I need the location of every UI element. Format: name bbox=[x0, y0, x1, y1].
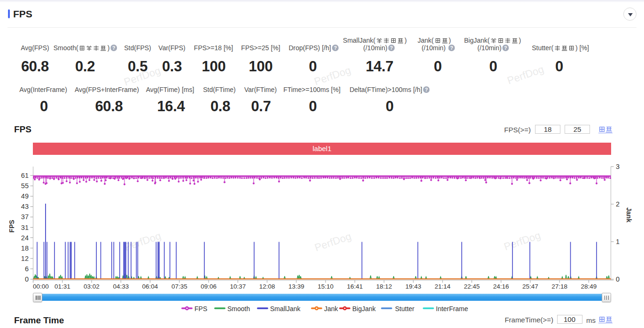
svg-text:Jank: Jank bbox=[625, 207, 633, 222]
svg-text:0: 0 bbox=[616, 275, 620, 283]
svg-text:12: 12 bbox=[21, 255, 29, 262]
svg-text:49: 49 bbox=[21, 192, 29, 200]
svg-text:03:02: 03:02 bbox=[84, 283, 100, 290]
svg-text:16:41: 16:41 bbox=[347, 283, 363, 290]
svg-text:43: 43 bbox=[21, 203, 29, 210]
svg-text:31: 31 bbox=[21, 224, 29, 231]
svg-text:18:12: 18:12 bbox=[376, 283, 392, 290]
svg-text:25:47: 25:47 bbox=[522, 283, 538, 290]
svg-text:28:49: 28:49 bbox=[581, 283, 597, 290]
svg-text:55: 55 bbox=[21, 182, 29, 190]
svg-text:24:16: 24:16 bbox=[493, 283, 509, 290]
svg-text:61: 61 bbox=[21, 172, 29, 179]
svg-text:12:08: 12:08 bbox=[259, 283, 275, 290]
svg-text:PerfDog: PerfDog bbox=[123, 230, 163, 253]
svg-text:01:31: 01:31 bbox=[54, 283, 70, 290]
svg-text:37: 37 bbox=[21, 213, 29, 221]
svg-text:10:37: 10:37 bbox=[230, 283, 246, 290]
svg-text:FPS: FPS bbox=[8, 220, 16, 232]
svg-text:09:06: 09:06 bbox=[201, 283, 217, 290]
svg-text:6: 6 bbox=[25, 265, 29, 273]
svg-text:PerfDog: PerfDog bbox=[123, 65, 162, 88]
svg-text:07:35: 07:35 bbox=[171, 283, 187, 290]
svg-text:PerfDog: PerfDog bbox=[506, 63, 545, 87]
svg-text:22:45: 22:45 bbox=[464, 283, 480, 290]
svg-text:1: 1 bbox=[616, 238, 620, 245]
svg-text:13:39: 13:39 bbox=[288, 283, 304, 290]
svg-text:24: 24 bbox=[21, 234, 29, 242]
svg-text:18: 18 bbox=[21, 244, 29, 252]
svg-text:15:10: 15:10 bbox=[318, 283, 334, 290]
svg-text:PerfDog: PerfDog bbox=[313, 230, 353, 254]
svg-text:04:33: 04:33 bbox=[113, 283, 129, 290]
svg-text:27:18: 27:18 bbox=[551, 283, 567, 290]
svg-text:0: 0 bbox=[25, 275, 29, 283]
svg-text:PerfDog: PerfDog bbox=[503, 229, 542, 253]
svg-text:3: 3 bbox=[616, 163, 620, 170]
svg-text:2: 2 bbox=[616, 200, 620, 208]
svg-text:PerfDog: PerfDog bbox=[313, 64, 352, 88]
svg-text:06:04: 06:04 bbox=[142, 283, 158, 290]
svg-text:21:14: 21:14 bbox=[435, 283, 450, 290]
svg-text:00:00: 00:00 bbox=[33, 283, 49, 290]
svg-text:19:43: 19:43 bbox=[405, 283, 421, 290]
